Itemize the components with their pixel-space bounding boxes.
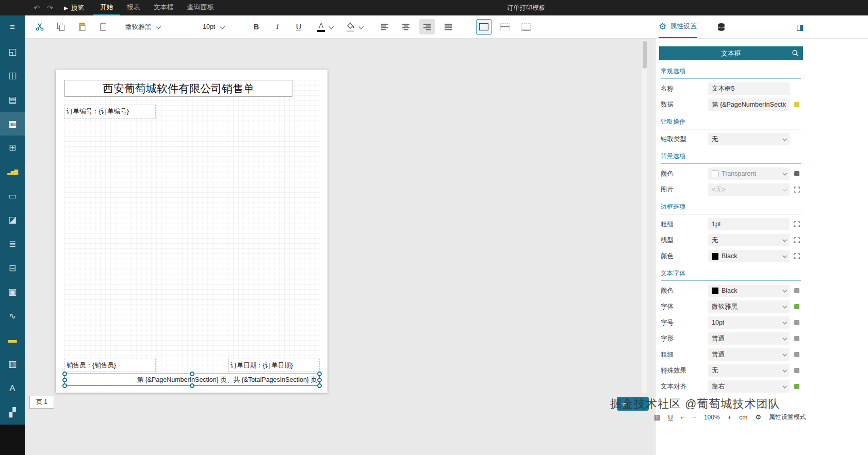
- drill-type-select[interactable]: 无: [708, 133, 790, 145]
- table-icon[interactable]: ▦: [0, 112, 25, 136]
- selection-handle-bottom-right[interactable]: [317, 383, 322, 388]
- expand-editor-icon[interactable]: [794, 237, 800, 243]
- barcode-icon[interactable]: ▥: [0, 352, 25, 377]
- property-state-chip[interactable]: [794, 352, 799, 357]
- text-effect-select[interactable]: 无: [708, 364, 790, 377]
- zoom-in-button[interactable]: +: [728, 413, 732, 421]
- font-family-select[interactable]: 微软雅黑: [122, 20, 186, 34]
- text-align-select[interactable]: 靠右: [708, 380, 790, 393]
- order-date-textbox[interactable]: 订单日期：{订单日期}: [228, 359, 320, 372]
- align-center-button[interactable]: [398, 19, 414, 35]
- data-expression-input[interactable]: 第 {&PageNumberInSectio: [708, 98, 790, 111]
- textbox-tool-icon[interactable]: ▭: [0, 184, 25, 208]
- border-width-input[interactable]: 1pt: [708, 218, 790, 230]
- tab-textbox[interactable]: 文本框: [147, 0, 181, 15]
- name-input[interactable]: 文本框5: [708, 82, 790, 95]
- copy-button[interactable]: [53, 19, 69, 35]
- scrollbar-thumb[interactable]: [643, 41, 647, 69]
- property-state-chip[interactable]: [794, 384, 799, 389]
- align-left-button[interactable]: [377, 19, 392, 35]
- paste-button[interactable]: [74, 19, 90, 35]
- report-explorer-icon[interactable]: ◱: [0, 40, 25, 64]
- page-tab-1[interactable]: 页 1: [29, 396, 54, 409]
- selection-handle-top-right[interactable]: [317, 372, 322, 376]
- subreport-icon[interactable]: ▣: [0, 280, 25, 305]
- expand-editor-icon[interactable]: [794, 253, 800, 259]
- border-bottom-button[interactable]: [518, 19, 534, 35]
- background-color-select[interactable]: Transparent: [708, 167, 790, 180]
- report-title-textbox[interactable]: 西安葡萄城软件有限公司销售单: [64, 80, 292, 97]
- font-color-button[interactable]: A: [317, 22, 333, 32]
- property-state-chip[interactable]: [794, 336, 799, 341]
- property-state-chip[interactable]: [794, 304, 799, 309]
- settings-gear-icon[interactable]: ⚙: [755, 413, 761, 421]
- border-middle-button[interactable]: [497, 19, 513, 35]
- matrix-icon[interactable]: ⊟: [0, 256, 25, 280]
- expand-editor-icon[interactable]: [794, 187, 800, 193]
- layers-icon[interactable]: ▤: [0, 88, 25, 112]
- unit-selector[interactable]: cm: [739, 414, 747, 421]
- design-canvas[interactable]: 西安葡萄城软件有限公司销售单 订单编号：{订单编号} 销售员：{销售员} 订单日…: [25, 39, 649, 455]
- page-footer-textbox-selected[interactable]: 第 {&PageNumberInSection} 页、共 {&TotalPage…: [64, 374, 320, 386]
- font-family-property-select[interactable]: 微软雅黑: [708, 300, 790, 313]
- menu-icon[interactable]: ≡: [0, 15, 25, 40]
- richtext-icon[interactable]: A: [0, 376, 25, 400]
- selection-handle-bottom-middle[interactable]: [190, 383, 194, 388]
- border-all-button[interactable]: [476, 19, 492, 35]
- selection-handle-top-middle[interactable]: [190, 372, 194, 376]
- border-color-select[interactable]: Black: [708, 250, 790, 262]
- list-icon[interactable]: ≣: [0, 232, 25, 256]
- font-color-select[interactable]: Black: [708, 284, 790, 297]
- chart-icon[interactable]: ▂▅▇: [0, 160, 25, 184]
- font-weight-select[interactable]: 普通: [708, 348, 790, 361]
- redo-icon[interactable]: ↷: [43, 4, 57, 12]
- clipboard-button[interactable]: [95, 19, 111, 35]
- data-source-button[interactable]: [717, 15, 726, 38]
- vertical-scrollbar[interactable]: [642, 40, 647, 393]
- fill-color-button[interactable]: [346, 22, 363, 32]
- cut-button[interactable]: [32, 19, 47, 35]
- property-state-chip[interactable]: [794, 288, 799, 293]
- property-state-chip[interactable]: [794, 320, 799, 325]
- report-page[interactable]: 西安葡萄城软件有限公司销售单 订单编号：{订单编号} 销售员：{销售员} 订单日…: [56, 70, 327, 393]
- seller-textbox[interactable]: 销售员：{销售员}: [64, 359, 156, 372]
- layout-icon[interactable]: ◫: [0, 63, 25, 88]
- collapse-panel-icon[interactable]: ◨: [796, 15, 804, 38]
- underline-button[interactable]: U: [291, 19, 306, 35]
- property-state-chip[interactable]: [794, 171, 799, 176]
- snap-toggle-icon[interactable]: U: [668, 413, 673, 421]
- order-number-textbox[interactable]: 订单编号：{订单编号}: [64, 105, 156, 119]
- preview-button[interactable]: ▶ 预览: [64, 4, 84, 12]
- sparkline-icon[interactable]: ∿: [0, 304, 25, 328]
- selection-handle-middle-left[interactable]: [62, 378, 67, 382]
- ruler-toggle-icon[interactable]: ⌐: [681, 413, 685, 421]
- panel-mode-label[interactable]: 属性设置模式: [769, 413, 806, 422]
- grid-icon[interactable]: ⊞: [0, 136, 25, 160]
- property-state-chip[interactable]: [794, 368, 799, 373]
- selection-handle-bottom-left[interactable]: [62, 383, 67, 388]
- expand-editor-icon[interactable]: [794, 221, 800, 227]
- data-binding-chip[interactable]: [794, 102, 799, 107]
- font-size-select[interactable]: 10pt: [199, 20, 238, 34]
- zoom-out-button[interactable]: −: [692, 413, 696, 421]
- tab-home[interactable]: 开始: [93, 0, 120, 15]
- pattern-icon[interactable]: ▞: [0, 400, 25, 425]
- font-style-select[interactable]: 普通: [708, 332, 790, 345]
- italic-button[interactable]: I: [270, 19, 285, 35]
- selection-handle-middle-right[interactable]: [317, 378, 322, 382]
- background-image-select[interactable]: <无>: [708, 183, 790, 196]
- font-size-property-select[interactable]: 10pt: [708, 316, 790, 329]
- tab-query-panel[interactable]: 查询面板: [181, 0, 221, 15]
- tab-property-settings[interactable]: ⚙ 属性设置: [659, 15, 697, 38]
- selection-handle-top-left[interactable]: [62, 372, 67, 376]
- undo-icon[interactable]: ↶: [30, 4, 43, 12]
- image-icon[interactable]: ◪: [0, 208, 25, 232]
- border-style-select[interactable]: 无: [708, 234, 790, 246]
- align-right-button[interactable]: [419, 19, 435, 35]
- search-icon[interactable]: [792, 49, 799, 57]
- bold-button[interactable]: B: [249, 19, 264, 35]
- tab-report[interactable]: 报表: [120, 0, 147, 15]
- input-box-icon[interactable]: ▬: [0, 328, 25, 352]
- grid-toggle-icon[interactable]: ▦: [654, 413, 660, 421]
- align-justify-button[interactable]: [440, 19, 456, 35]
